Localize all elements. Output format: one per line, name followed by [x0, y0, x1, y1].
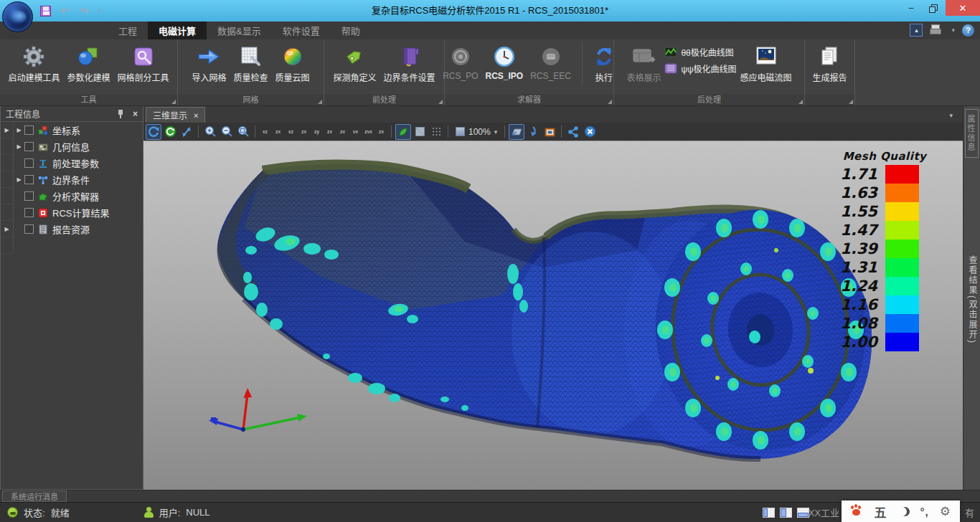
- view-preset-3-button[interactable]: xz: [285, 125, 297, 139]
- tab-data-display[interactable]: 数据&显示: [207, 22, 272, 39]
- probe-angle-button[interactable]: 探测角定义: [329, 42, 380, 85]
- tree-checkbox[interactable]: [24, 158, 34, 168]
- tab-project[interactable]: 工程: [108, 22, 148, 39]
- close-view-button[interactable]: [582, 124, 598, 140]
- tree-checkbox[interactable]: [24, 191, 34, 201]
- view-preset-1-button[interactable]: xz: [259, 125, 271, 139]
- view-preset-9-button[interactable]: zvx: [362, 125, 374, 139]
- help-icon[interactable]: ?: [962, 24, 974, 37]
- import-mesh-button[interactable]: 导入网格: [188, 42, 230, 85]
- parametric-modeling-button[interactable]: 参数化建模: [63, 42, 113, 85]
- view-results-tab[interactable]: 查看结果(双击展开): [966, 255, 979, 344]
- minimize-button[interactable]: –: [900, 0, 923, 16]
- attribute-info-tab[interactable]: 属性信息: [965, 109, 979, 158]
- group-corner-icon[interactable]: [849, 100, 853, 104]
- 3d-viewport[interactable]: Mesh Quality 1.71 1.63 1.55 1.47 1.39 1.…: [143, 141, 963, 490]
- undo-icon[interactable]: ↩: [60, 5, 70, 16]
- group-corner-icon[interactable]: [438, 100, 443, 104]
- restore-button[interactable]: [923, 0, 946, 16]
- tab-software-settings[interactable]: 软件设置: [272, 22, 331, 39]
- view-preset-10-button[interactable]: zx: [375, 125, 387, 139]
- expand-icon[interactable]: ▶: [14, 127, 24, 133]
- tree-checkbox[interactable]: [24, 208, 34, 217]
- save-icon[interactable]: [40, 6, 51, 16]
- zoom-combo-dropdown-icon[interactable]: ▾: [494, 128, 498, 136]
- theta-polarization-curve-button[interactable]: θθ极化曲线图: [664, 46, 736, 58]
- drop-down-view-button[interactable]: [525, 124, 541, 140]
- wireframe-view-button[interactable]: [428, 124, 444, 140]
- group-corner-icon[interactable]: [171, 100, 176, 104]
- orbit-view-button[interactable]: [162, 124, 178, 140]
- boundary-condition-settings-button[interactable]: 边界条件设置: [380, 42, 439, 85]
- tab-help[interactable]: 帮助: [331, 22, 371, 39]
- quality-check-button[interactable]: 质量检查: [230, 42, 271, 85]
- table-display-button[interactable]: 表格展示: [623, 42, 664, 85]
- launch-modeling-tool-button[interactable]: 启动建模工具: [4, 42, 63, 85]
- panel-close-icon[interactable]: ×: [133, 109, 138, 119]
- view-preset-5-button[interactable]: zy: [311, 125, 323, 139]
- solver-rcs-ipo-button[interactable]: RCS_IPO: [482, 42, 527, 83]
- zoom-fit-button[interactable]: [235, 124, 251, 140]
- view-preset-4-button[interactable]: zx: [298, 125, 310, 139]
- tree-checkbox[interactable]: [24, 175, 34, 184]
- tab-close-icon[interactable]: ×: [194, 111, 198, 120]
- layout-wide-panel-button[interactable]: [780, 508, 792, 518]
- rotate-view-button[interactable]: [146, 124, 161, 140]
- ime-halfwidth-moon-icon[interactable]: [897, 507, 907, 516]
- induced-current-map-button[interactable]: 感应电磁流图: [737, 42, 796, 85]
- group-corner-icon[interactable]: [798, 100, 803, 104]
- view-preset-7-button[interactable]: zv: [336, 125, 349, 139]
- collapse-ribbon-icon[interactable]: ▴: [910, 24, 923, 37]
- tree-item-preprocess-params[interactable]: T 前处理参数: [1, 155, 143, 171]
- view-preset-6-button[interactable]: zx: [324, 125, 336, 139]
- group-corner-icon[interactable]: [608, 100, 612, 104]
- flat-view-button[interactable]: [412, 124, 428, 140]
- pin-icon[interactable]: [117, 109, 124, 119]
- tree-item-analysis-solver[interactable]: 分析求解器: [1, 188, 143, 204]
- tree-item-rcs-results[interactable]: RCS计算结果: [1, 204, 143, 221]
- close-button[interactable]: ✕: [946, 0, 980, 16]
- share-view-button[interactable]: [565, 124, 581, 140]
- system-messages-tab[interactable]: 系统运行消息: [2, 490, 67, 502]
- redo-icon[interactable]: ↪: [79, 5, 88, 16]
- mesh-partition-tool-button[interactable]: 网格剖分工具: [114, 42, 173, 85]
- solver-rcs-eec-button[interactable]: RCS_EEC: [527, 42, 575, 83]
- tree-item-report-resources[interactable]: ▶ 报告资源: [1, 221, 143, 237]
- generate-report-button[interactable]: 生成报告: [809, 42, 850, 85]
- print-icon[interactable]: [930, 24, 944, 37]
- app-logo[interactable]: [2, 1, 33, 32]
- surface-pick-button[interactable]: [509, 124, 524, 140]
- tree-checkbox[interactable]: [24, 142, 34, 151]
- layout-left-panel-button[interactable]: [763, 508, 775, 518]
- print-dropdown-icon[interactable]: ▾: [951, 27, 955, 34]
- tab-list-dropdown-icon[interactable]: ▾: [949, 112, 953, 119]
- gutter-expand-icon[interactable]: ▶: [1, 226, 12, 232]
- expand-icon[interactable]: ▶: [14, 176, 24, 183]
- shaded-view-button[interactable]: [395, 124, 411, 140]
- solver-rcs-po-button[interactable]: RCS_PO: [439, 42, 481, 83]
- view-preset-8-button[interactable]: vx: [349, 125, 362, 139]
- tree-item-boundary-conditions[interactable]: ▶ 边界条件: [1, 171, 143, 188]
- quick-access-dropdown-icon[interactable]: ▾: [98, 7, 102, 14]
- layout-bottom-panel-button[interactable]: [797, 508, 809, 518]
- tree-item-geometry-info[interactable]: ▶ 几何信息: [1, 138, 143, 155]
- ime-settings-gear-icon[interactable]: ⚙: [940, 506, 951, 518]
- group-corner-icon[interactable]: [318, 100, 322, 104]
- psi-polarization-curve-button[interactable]: ψψ极化曲线图: [664, 62, 736, 75]
- gutter-expand-icon[interactable]: ▶: [1, 127, 12, 133]
- view-preset-2-button[interactable]: zx: [272, 125, 284, 139]
- ime-paw-icon[interactable]: [851, 506, 864, 517]
- snapshot-button[interactable]: [542, 124, 557, 140]
- ime-input-mode[interactable]: 五: [875, 503, 887, 521]
- zoom-level-combo[interactable]: 100% ▾: [452, 127, 501, 137]
- zoom-out-button[interactable]: [219, 124, 235, 140]
- tree-checkbox[interactable]: [24, 224, 34, 234]
- ime-punctuation-toggle[interactable]: °,: [920, 506, 929, 518]
- zoom-in-button[interactable]: [202, 124, 218, 140]
- pan-zoom-button[interactable]: [179, 124, 194, 140]
- tab-em-compute[interactable]: 电磁计算: [148, 22, 207, 39]
- tree-item-coordinate-system[interactable]: ▶ ▶ 坐标系: [1, 122, 143, 138]
- quality-cloud-button[interactable]: 质量云图: [272, 42, 314, 85]
- tree-checkbox[interactable]: [24, 125, 34, 135]
- expand-icon[interactable]: ▶: [14, 143, 24, 150]
